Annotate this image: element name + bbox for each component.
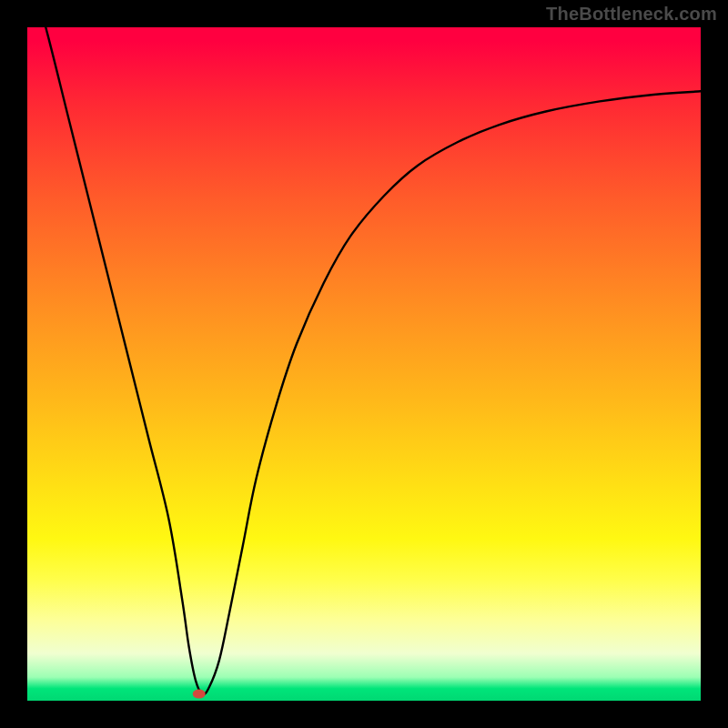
curve-svg — [27, 27, 701, 701]
bottleneck-curve — [27, 27, 701, 694]
plot-area — [27, 27, 701, 701]
watermark-text: TheBottleneck.com — [546, 4, 717, 25]
chart-frame: TheBottleneck.com — [0, 0, 728, 728]
optimal-point-marker — [193, 690, 206, 699]
